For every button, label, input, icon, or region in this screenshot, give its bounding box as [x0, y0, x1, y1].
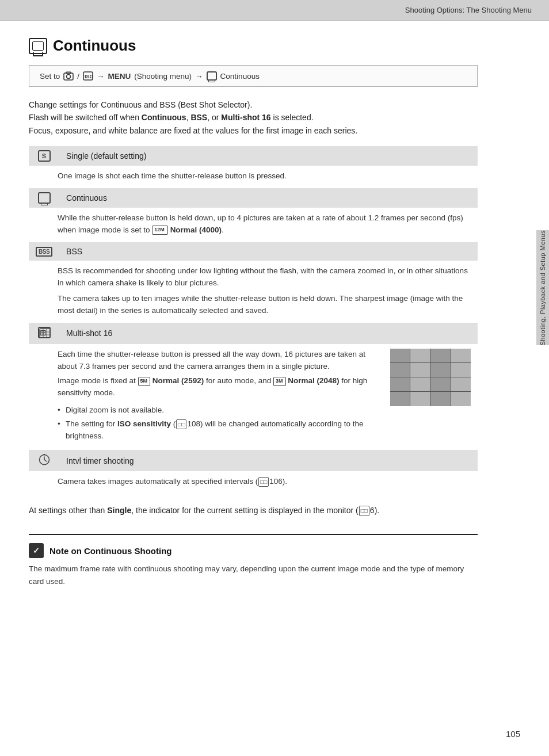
multishot-grid-svg [39, 328, 51, 338]
single-label: Single (default setting) [59, 146, 478, 166]
page-title: Continuous [53, 37, 136, 55]
camera-icon [63, 71, 74, 81]
bullet-iso: The setting for ISO sensitivity (□□108) … [58, 418, 381, 442]
grid-cell-4 [451, 349, 471, 362]
table-row-continuous-content: While the shutter-release button is held… [29, 208, 478, 242]
menu-path-box: Set to / ISO → MENU (Shooting menu) → Co… [29, 65, 478, 87]
page-title-row: Continuous [29, 37, 478, 55]
menu-path-continuous-label: Continuous [220, 72, 260, 81]
main-content: Continuous Set to / ISO → MENU (Shooting… [0, 21, 506, 605]
grid-cell-15 [431, 392, 451, 406]
multishot-text: Each time the shutter-release button is … [58, 349, 381, 444]
sidebar-tab-label: Shooting, Playback and Setup Menus [539, 230, 546, 345]
intvl-icon-cell [29, 450, 59, 471]
single-description: One image is shot each time the shutter-… [29, 166, 478, 188]
continuous-mode-icon [29, 38, 47, 54]
intro-line-2: Flash will be switched off when Continuo… [29, 111, 478, 124]
multishot-label: Multi-shot 16 [59, 323, 478, 344]
intvl-label: Intvl timer shooting [59, 450, 478, 471]
settings-table: S Single (default setting) One image is … [29, 146, 478, 494]
scene-icon: ISO [83, 71, 93, 81]
menu-path-separator1: / [77, 72, 79, 81]
grid-cell-1 [390, 349, 410, 362]
menu-path-set-label: Set to [40, 72, 60, 81]
grid-cell-14 [410, 392, 430, 406]
note-text: The maximum frame rate with continuous s… [29, 563, 478, 587]
grid-cell-16 [451, 392, 471, 406]
grid-cell-12 [451, 377, 471, 391]
multishot-image-grid [390, 349, 471, 406]
multishot-description: Each time the shutter-release button is … [29, 344, 478, 450]
table-row-multishot-header: Multi-shot 16 [29, 323, 478, 344]
svg-point-1 [67, 75, 71, 79]
sidebar-tab: Shooting, Playback and Setup Menus [536, 230, 549, 345]
normal-2048-icon: 3M [273, 377, 286, 386]
header-title: Shooting Options: The Shooting Menu [405, 6, 532, 14]
grid-cell-13 [390, 392, 410, 406]
multishot-bullets: Digital zoom is not available. The setti… [58, 402, 381, 442]
bss-icon: BSS [36, 247, 52, 257]
multishot-icon-cell [29, 323, 59, 344]
continuous-description: While the shutter-release button is held… [29, 208, 478, 242]
multishot-icon [38, 327, 51, 338]
grid-cell-5 [390, 363, 410, 377]
svg-line-12 [44, 460, 47, 461]
note-title-row: ✓ Note on Continuous Shooting [29, 543, 478, 558]
continuous-label: Continuous [59, 188, 478, 208]
table-row-multishot-content: Each time the shutter-release button is … [29, 344, 478, 450]
page-header: Shooting Options: The Shooting Menu [0, 0, 549, 21]
note-icon: ✓ [29, 543, 44, 558]
table-row-bss-header: BSS BSS [29, 242, 478, 261]
grid-cell-2 [410, 349, 430, 362]
bullet-digital-zoom: Digital zoom is not available. [58, 404, 381, 417]
bss-desc-2: The camera takes up to ten images while … [58, 293, 471, 317]
multishot-sample-image [390, 349, 471, 406]
bss-desc-1: BSS is recommended for shooting under lo… [58, 265, 471, 289]
grid-cell-3 [431, 349, 451, 362]
intro-line-3: Focus, exposure, and white balance are f… [29, 124, 478, 137]
intvl-clock-svg [39, 454, 50, 465]
single-icon-cell: S [29, 146, 59, 166]
intvl-description: Camera takes images automatically at spe… [29, 471, 478, 494]
note-title: Note on Continuous Shooting [49, 546, 171, 556]
bottom-text: At settings other than Single, the indic… [29, 504, 478, 517]
note-section: ✓ Note on Continuous Shooting The maximu… [29, 534, 478, 587]
grid-cell-9 [390, 377, 410, 391]
grid-cell-7 [431, 363, 451, 377]
table-row-intvl-header: Intvl timer shooting [29, 450, 478, 471]
continuous-icon-cell [29, 188, 59, 208]
table-row-intvl-content: Camera takes images automatically at spe… [29, 471, 478, 494]
normal-2592-icon: 5M [138, 377, 151, 386]
svg-text:ISO: ISO [85, 74, 93, 79]
table-row-single-header: S Single (default setting) [29, 146, 478, 166]
monitor-ref-icon: □□ [359, 506, 369, 516]
intvl-ref-icon: □□ [258, 477, 269, 487]
bss-description: BSS is recommended for shooting under lo… [29, 261, 478, 323]
single-icon: S [38, 150, 51, 162]
grid-cell-10 [410, 377, 430, 391]
continuous-icon [38, 192, 51, 204]
multishot-desc-1: Each time the shutter-release button is … [58, 349, 381, 373]
multishot-content-row: Each time the shutter-release button is … [58, 349, 471, 444]
table-row-single-content: One image is shot each time the shutter-… [29, 166, 478, 188]
menu-path-arrow2: → [195, 72, 203, 81]
normal-4000-icon: 12M [152, 226, 168, 235]
intro-text: Change settings for Continuous and BSS (… [29, 98, 478, 137]
grid-cell-11 [431, 377, 451, 391]
menu-path-arrow1: → [97, 72, 105, 81]
intro-line-1: Change settings for Continuous and BSS (… [29, 98, 478, 111]
page-number: 105 [506, 729, 520, 739]
grid-cell-6 [410, 363, 430, 377]
intvl-icon [39, 454, 50, 467]
table-row-bss-content: BSS is recommended for shooting under lo… [29, 261, 478, 323]
grid-cell-8 [451, 363, 471, 377]
bss-label: BSS [59, 242, 478, 261]
table-row-continuous-header: Continuous [29, 188, 478, 208]
menu-path-shooting-label: (Shooting menu) [134, 72, 192, 81]
bss-icon-cell: BSS [29, 242, 59, 261]
multishot-desc-2: Image mode is fixed at 5M Normal (2592) … [58, 375, 381, 399]
iso-ref-icon: □□ [176, 419, 186, 430]
menu-path-continuous-icon [207, 71, 217, 81]
svg-rect-5 [40, 329, 50, 338]
menu-path-menu-label: MENU [108, 72, 131, 81]
